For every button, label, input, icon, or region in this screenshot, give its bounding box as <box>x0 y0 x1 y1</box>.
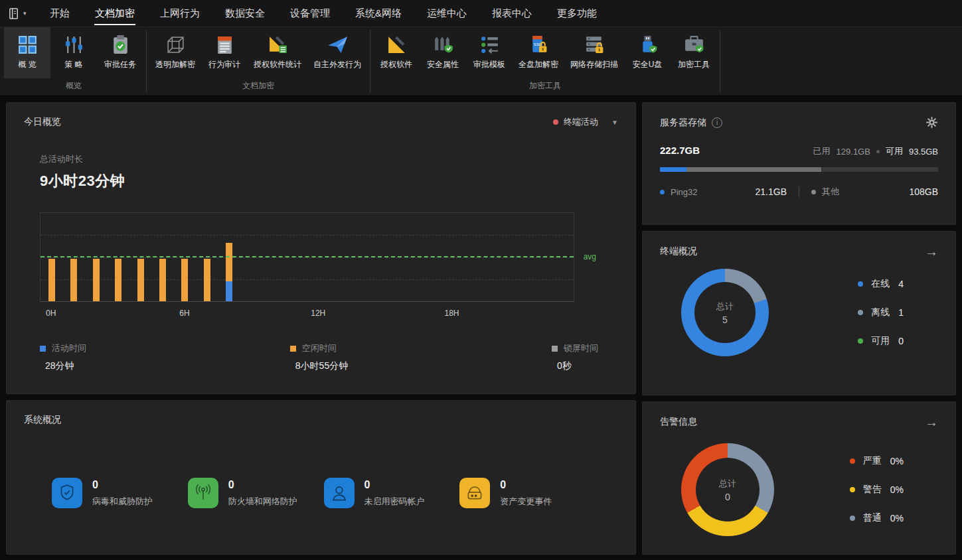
legend-critical: 严重 0% <box>850 455 904 467</box>
stat-virus-threat[interactable]: 0 病毒和威胁防护 <box>52 478 188 508</box>
nav-item-ops-center[interactable]: 运维中心 <box>426 1 467 25</box>
nav-item-device-mgmt[interactable]: 设备管理 <box>289 1 331 25</box>
stat-asset-change[interactable]: 0 资产变更事件 <box>459 478 596 508</box>
ribbon-button-secure-usb[interactable]: 安全U盘 <box>624 27 671 78</box>
stat-label: 未启用密码帐户 <box>364 496 425 508</box>
donut-center-label: 总计 <box>719 478 736 490</box>
system-overview-card: 系统概况 0 病毒和威胁防护 <box>6 400 636 555</box>
chevron-down-icon: ▾ <box>23 10 27 17</box>
legend-value: 4 <box>898 279 904 289</box>
ribbon-button-outgoing-behavior[interactable]: 自主外发行为 <box>307 27 367 78</box>
ribbon-group-encrypt-tools: 授权软件 安全属性 审批模板 SSD 全盘加解密 网络存储扫描 <box>370 27 720 96</box>
policy-sliders-icon <box>63 34 85 56</box>
ribbon-button-policy[interactable]: 策 略 <box>50 27 97 78</box>
stat-no-password-account[interactable]: 0 未启用密码帐户 <box>324 478 460 508</box>
ribbon-button-label: 授权软件统计 <box>254 59 301 70</box>
legend-dot <box>858 338 863 344</box>
ribbon-button-label: 加密工具 <box>678 59 710 70</box>
behavior-audit-icon <box>214 34 236 56</box>
nav-item-data-security[interactable]: 数据安全 <box>224 1 266 25</box>
legend-label: 在线 <box>871 278 890 290</box>
ribbon-button-security-attribute[interactable]: 安全属性 <box>420 27 466 78</box>
legend-value: 8小时55分钟 <box>290 360 348 372</box>
outgoing-behavior-icon <box>327 34 349 56</box>
server-storage-card: 服务器存储 i 222.7GB 已用 129.1GB 可用 93.5GB <box>642 102 956 225</box>
terminal-donut-chart: 总计 5 <box>681 269 769 356</box>
ribbon-group-overview: 概 览 策 略 审批任务 概览 <box>1 27 146 96</box>
ribbon-button-encrypt-tools[interactable]: 加密工具 <box>671 27 717 78</box>
nav-item-start[interactable]: 开始 <box>49 1 70 25</box>
ribbon-button-fulldisk-encrypt[interactable]: SSD 全盘加解密 <box>513 27 564 78</box>
card-title-terminal: 终端概况 <box>660 245 697 257</box>
transparent-encrypt-icon <box>165 34 187 56</box>
x-tick-label: 18H <box>445 309 459 318</box>
bar-hour-5 <box>159 213 166 301</box>
ribbon-button-label: 行为审计 <box>208 59 240 70</box>
app-menu-button[interactable]: ▾ <box>8 7 40 20</box>
legend-offline: 离线 1 <box>858 307 904 318</box>
ribbon-button-authorized-software-stats[interactable]: 授权软件统计 <box>248 27 307 78</box>
ribbon-button-label: 透明加解密 <box>155 59 195 70</box>
ribbon-button-network-storage-scan[interactable]: 网络存储扫描 <box>564 27 624 78</box>
terminal-legend: 在线 4 离线 1 可用 0 <box>858 278 904 347</box>
ribbon-group-label: 概览 <box>1 78 146 96</box>
system-stats-row: 0 病毒和威胁防护 0 防火墙和网络防护 <box>24 478 618 508</box>
legend-label: 严重 <box>863 455 882 467</box>
fulldisk-encrypt-icon: SSD <box>528 34 550 56</box>
info-icon[interactable]: i <box>712 117 722 128</box>
main-nav: 开始 文档加密 上网行为 数据安全 设备管理 系统&网络 运维中心 报表中心 更… <box>49 1 598 25</box>
ribbon-group-doc-encrypt: 透明加解密 行为审计 授权软件统计 自主外发行为 文档加密 <box>147 27 370 96</box>
ribbon-separator <box>720 30 720 93</box>
ribbon-button-label: 审批模板 <box>473 59 505 70</box>
ribbon-button-transparent-encrypt[interactable]: 透明加解密 <box>149 27 201 78</box>
approval-tasks-icon <box>110 34 131 56</box>
legend-label: 可用 <box>871 335 890 347</box>
ribbon-group-label: 加密工具 <box>370 78 720 96</box>
nav-item-more[interactable]: 更多功能 <box>556 1 598 25</box>
legend-label: 锁屏时间 <box>564 342 598 354</box>
x-tick-label: 12H <box>311 309 325 318</box>
ribbon-button-approval-tasks[interactable]: 审批任务 <box>97 27 143 78</box>
nav-item-web-behavior[interactable]: 上网行为 <box>159 1 200 25</box>
storage-used-value: 129.1GB <box>837 147 870 157</box>
x-tick-label: 0H <box>46 309 56 318</box>
stat-value: 0 <box>364 479 425 491</box>
donut-center-label: 总计 <box>716 301 734 313</box>
nav-item-doc-encrypt[interactable]: 文档加密 <box>94 1 135 25</box>
ribbon-button-behavior-audit[interactable]: 行为审计 <box>201 27 248 78</box>
nav-item-system-network[interactable]: 系统&网络 <box>355 1 402 25</box>
storage-item-label: Ping32 <box>671 187 697 197</box>
storage-item-other: 其他 108GB <box>811 186 938 198</box>
ribbon-button-authorized-software[interactable]: 授权软件 <box>373 27 420 78</box>
shield-check-icon <box>57 483 77 503</box>
average-line: avg <box>40 256 574 257</box>
ribbon-button-approval-template[interactable]: 审批模板 <box>466 27 513 78</box>
gear-icon[interactable] <box>925 116 938 129</box>
ribbon-toolbar: 概 览 策 略 审批任务 概览 透明加解密 <box>0 27 962 96</box>
card-title-system: 系统概况 <box>24 414 61 426</box>
filter-label: 终端活动 <box>564 116 598 128</box>
legend-label: 活动时间 <box>52 342 86 354</box>
legend-value: 28分钟 <box>40 360 86 372</box>
divider <box>799 186 799 197</box>
chevron-down-icon: ▼ <box>611 119 618 126</box>
app-window: ▾ 开始 文档加密 上网行为 数据安全 设备管理 系统&网络 运维中心 报表中心… <box>0 0 962 560</box>
activity-filter-dropdown[interactable]: 终端活动 ▼ <box>553 116 618 128</box>
nav-item-report-center[interactable]: 报表中心 <box>491 1 532 25</box>
legend-value: 0% <box>890 456 904 466</box>
ribbon-button-label: 网络存储扫描 <box>570 59 618 70</box>
activity-chart-legend: 活动时间 28分钟 空闲时间 8小时55分钟 <box>40 342 602 372</box>
ribbon-button-label: 安全属性 <box>427 59 459 70</box>
stat-label: 资产变更事件 <box>500 496 552 508</box>
bar-hour-7 <box>204 213 210 301</box>
arrow-right-icon[interactable]: → <box>925 245 938 258</box>
legend-locked-time: 锁屏时间 0秒 <box>552 342 598 372</box>
ribbon-button-overview[interactable]: 概 览 <box>4 27 50 78</box>
ribbon-group-label: 文档加密 <box>147 78 370 96</box>
ribbon-button-label: 审批任务 <box>104 59 136 70</box>
arrow-right-icon[interactable]: → <box>925 415 938 429</box>
stat-firewall-network[interactable]: 0 防火墙和网络防护 <box>188 478 324 508</box>
activity-chart-plot: avg <box>40 212 574 302</box>
ribbon-button-label: 策 略 <box>64 59 82 70</box>
menubar: ▾ 开始 文档加密 上网行为 数据安全 设备管理 系统&网络 运维中心 报表中心… <box>0 0 962 27</box>
